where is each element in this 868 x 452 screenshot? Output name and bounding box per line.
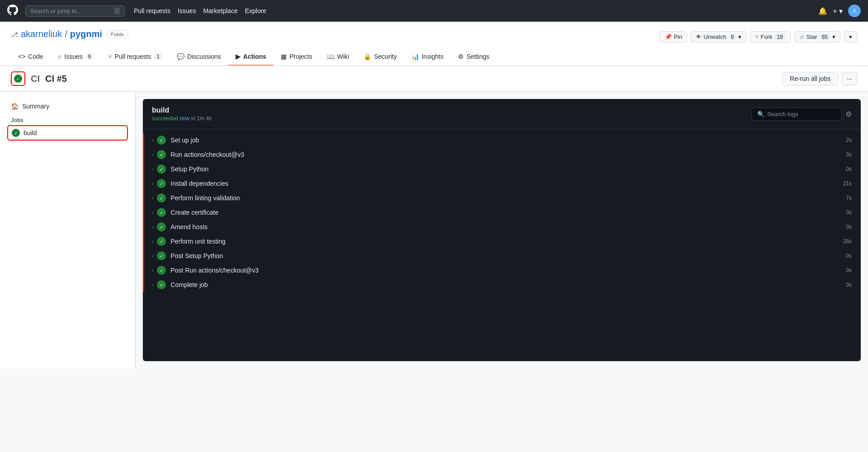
build-panel-header: build succeeded now in 1m 4s 🔍 Search lo… [143, 99, 861, 129]
more-options-button[interactable]: ··· [842, 72, 857, 85]
build-status-icon: ✓ [12, 129, 20, 137]
tab-projects-label: Projects [289, 53, 312, 60]
owner-link[interactable]: akarneliuk [21, 29, 62, 39]
step-check-set-up-job: ✓ [157, 136, 166, 145]
step-duration-create-cert: 0s [846, 209, 852, 216]
rerun-all-jobs-button[interactable]: Re-run all jobs [782, 72, 838, 85]
build-step-set-up-job[interactable]: › ✓ Set up job 2s [143, 133, 861, 147]
breadcrumb-separator: / [65, 29, 67, 39]
sidebar-summary-item[interactable]: 🏠 Summary [7, 99, 128, 113]
step-border [143, 162, 144, 176]
notifications-button[interactable]: 🔔 [818, 7, 827, 15]
star-label: Star [807, 33, 817, 40]
step-chevron-linting[interactable]: › [152, 196, 153, 201]
create-button[interactable]: + ▾ [833, 7, 843, 15]
step-name-install-deps: Install dependencies [170, 180, 843, 187]
tab-issues[interactable]: ○ Issues 6 [51, 48, 101, 66]
watch-label: Unwatch [703, 33, 726, 40]
tab-security[interactable]: 🔒 Security [356, 48, 404, 66]
tab-code[interactable]: <> Code [11, 48, 51, 66]
build-steps: › ✓ Set up job 2s › ✓ Run actions/checko… [143, 129, 861, 296]
star-button[interactable]: ☆ Star 65 ▾ [794, 31, 840, 42]
sidebar-job-build[interactable]: ✓ build [7, 125, 128, 141]
build-step-post-checkout[interactable]: › ✓ Post Run actions/checkout@v3 0s [143, 263, 861, 278]
nav-pull-requests[interactable]: Pull requests [134, 7, 170, 14]
build-status-text: succeeded [152, 115, 178, 122]
repo-icon: ⎇ [11, 31, 18, 38]
step-chevron-set-up-job[interactable]: › [152, 138, 153, 143]
build-settings-button[interactable]: ⚙ [845, 110, 852, 118]
tab-settings[interactable]: ⚙ Settings [451, 48, 497, 66]
build-step-complete-job[interactable]: › ✓ Complete job 0s [143, 278, 861, 292]
tab-wiki[interactable]: 📖 Wiki [320, 48, 356, 66]
nav-marketplace[interactable]: Marketplace [203, 7, 237, 14]
step-border [143, 220, 144, 234]
build-step-linting[interactable]: › ✓ Perform linting validation 7s [143, 191, 861, 205]
step-name-linting: Perform linting validation [170, 194, 846, 202]
step-chevron-complete-job[interactable]: › [152, 282, 153, 287]
issues-icon: ○ [58, 53, 61, 60]
build-step-post-setup-python[interactable]: › ✓ Post Setup Python 0s [143, 249, 861, 263]
search-bar[interactable]: Search or jump to... / [25, 5, 125, 17]
repo-actions: 📌 Pin 👁 Unwatch 8 ▾ ⑂ Fork 19 ☆ Star [660, 31, 857, 42]
pin-label: Pin [674, 33, 682, 40]
tab-security-label: Security [374, 53, 397, 60]
tab-projects[interactable]: ▦ Projects [274, 48, 320, 66]
step-chevron-install-deps[interactable]: › [152, 181, 153, 186]
tab-pull-requests[interactable]: ⑂ Pull requests 1 [101, 48, 170, 66]
sidebar: 🏠 Summary Jobs ✓ build [0, 92, 136, 368]
step-check-amend-hosts: ✓ [157, 222, 166, 231]
step-chevron-post-setup-python[interactable]: › [152, 254, 153, 259]
step-chevron-create-cert[interactable]: › [152, 210, 153, 215]
step-name-amend-hosts: Amend hosts [170, 223, 846, 231]
step-chevron-checkout[interactable]: › [152, 152, 153, 157]
step-chevron-amend-hosts[interactable]: › [152, 225, 153, 230]
search-logs-container[interactable]: 🔍 Search logs [751, 108, 842, 121]
step-check-install-deps: ✓ [157, 179, 166, 188]
more-button[interactable]: ▾ [844, 31, 857, 42]
repo-breadcrumb: ⎇ akarneliuk / pygnmi Public [11, 29, 128, 39]
step-border [143, 147, 144, 162]
step-name-post-checkout: Post Run actions/checkout@v3 [170, 267, 846, 274]
step-check-linting: ✓ [157, 193, 166, 202]
step-chevron-unit-testing[interactable]: › [152, 239, 153, 244]
tab-pr-label: Pull requests [114, 53, 151, 60]
build-step-unit-testing[interactable]: › ✓ Perform unit testing 28s [143, 234, 861, 249]
step-duration-complete-job: 0s [846, 282, 852, 288]
nav-issues[interactable]: Issues [178, 7, 196, 14]
watch-button[interactable]: 👁 Unwatch 8 ▾ [691, 31, 746, 42]
issues-count: 6 [85, 53, 94, 60]
build-step-install-deps[interactable]: › ✓ Install dependencies 21s [143, 176, 861, 191]
github-logo[interactable] [7, 5, 18, 18]
tab-discussions[interactable]: 💬 Discussions [170, 48, 228, 66]
build-step-amend-hosts[interactable]: › ✓ Amend hosts 0s [143, 220, 861, 234]
step-name-setup-python: Setup Python [170, 165, 846, 173]
pin-button[interactable]: 📌 Pin [660, 31, 687, 42]
tab-insights[interactable]: 📊 Insights [404, 48, 451, 66]
pr-count: 1 [154, 53, 162, 60]
build-title: build [152, 106, 751, 114]
user-avatar[interactable]: A [848, 5, 861, 17]
tab-actions[interactable]: ▶ Actions [228, 48, 274, 66]
build-title-section: build succeeded now in 1m 4s [152, 106, 751, 122]
actions-icon: ▶ [236, 53, 241, 60]
insights-icon: 📊 [411, 53, 419, 60]
tab-discussions-label: Discussions [187, 53, 221, 60]
build-step-setup-python[interactable]: › ✓ Setup Python 0s [143, 162, 861, 176]
step-chevron-post-checkout[interactable]: › [152, 268, 153, 273]
sidebar-summary-label: Summary [22, 103, 49, 110]
summary-home-icon: 🏠 [11, 103, 19, 110]
build-step-create-cert[interactable]: › ✓ Create certificate 0s [143, 205, 861, 220]
step-chevron-setup-python[interactable]: › [152, 167, 153, 172]
repo-link[interactable]: pygnmi [70, 29, 102, 39]
step-duration-install-deps: 21s [843, 180, 852, 187]
repo-header: ⎇ akarneliuk / pygnmi Public 📌 Pin 👁 Unw… [0, 22, 868, 66]
build-step-checkout[interactable]: › ✓ Run actions/checkout@v3 3s [143, 147, 861, 162]
ci-label: CI [31, 74, 40, 84]
nav-explore[interactable]: Explore [245, 7, 266, 14]
step-name-create-cert: Create certificate [170, 209, 846, 216]
tab-wiki-label: Wiki [337, 53, 349, 60]
pr-icon: ⑂ [108, 53, 112, 60]
fork-button[interactable]: ⑂ Fork 19 [750, 31, 790, 42]
step-duration-checkout: 3s [846, 151, 852, 158]
